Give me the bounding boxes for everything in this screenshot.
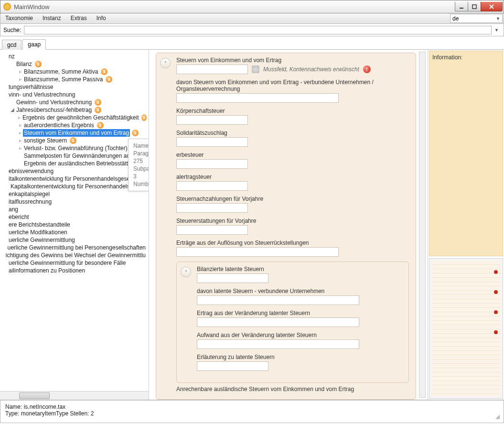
tree-item[interactable]: ▹Bilanzsumme, Summe Passiva$ xyxy=(0,76,149,83)
tree-item[interactable]: ▹Ergebnis der gewöhnlichen Geschäftstäti… xyxy=(0,114,149,121)
vertical-scrollbar[interactable] xyxy=(419,52,426,398)
field-input[interactable] xyxy=(176,115,248,125)
monetary-badge-icon: $ xyxy=(70,137,76,144)
tree-item-label: Bilanz xyxy=(15,60,33,68)
tree-tooltip: Name: HGB Paragraph: 275 Subparagraph: 3… xyxy=(128,139,149,191)
field-input[interactable] xyxy=(197,295,359,305)
monetary-badge-icon: $ xyxy=(95,107,101,113)
tree-item-label: Jahresüberschuss/-fehlbetrag xyxy=(15,106,93,114)
tree-item[interactable]: nz xyxy=(0,53,149,60)
tree-item[interactable]: ▹Bilanzsumme, Summe Aktiva$ xyxy=(0,68,149,76)
tree-item[interactable]: vinn- und Verlustrechnung xyxy=(0,91,149,98)
tree-item[interactable]: uerliche Gewinnermittlung bei Personenge… xyxy=(0,244,149,251)
tree-item-label: ere Berichtsbestandteile xyxy=(8,221,71,229)
collapse-button[interactable]: ˄ xyxy=(160,58,171,68)
tree-item[interactable]: Ergebnis der ausländischen Betriebsstätt… xyxy=(0,160,149,167)
tree-item[interactable]: ▹Steuern vom Einkommen und vom Ertrag$ xyxy=(0,129,149,137)
window-buttons xyxy=(455,2,503,11)
tree-item[interactable]: tungsverhältnisse xyxy=(0,83,149,91)
tree-item[interactable]: Kapitalkontenentwicklung für Personenhan… xyxy=(0,183,149,190)
maximize-button[interactable] xyxy=(468,2,481,11)
tree-item-label: Steuern vom Einkommen und vom Ertrag xyxy=(23,129,130,137)
field-input[interactable] xyxy=(197,339,359,349)
search-input[interactable] xyxy=(24,26,492,34)
tree-item[interactable]: enkapitalspiegel xyxy=(0,190,149,198)
form-title-input[interactable] xyxy=(176,65,248,74)
expander-icon[interactable]: ▹ xyxy=(17,137,23,144)
tree-item[interactable]: ang xyxy=(0,206,149,213)
tree-item[interactable]: ere Berichtsbestandteile xyxy=(0,221,149,229)
note-icon[interactable] xyxy=(252,65,259,73)
monetary-badge-icon: $ xyxy=(132,130,139,136)
tree-item[interactable]: ◢Jahresüberschuss/-fehlbetrag$ xyxy=(0,106,149,114)
tab-gaap[interactable]: gaap xyxy=(22,39,46,50)
chevron-down-icon[interactable]: ▼ xyxy=(494,28,501,33)
tree-item[interactable]: ichtigung des Gewinns bei Wechsel der Ge… xyxy=(0,251,149,259)
tree-item[interactable]: ▹außerordentliches Ergebnis$ xyxy=(0,121,149,129)
tree-item[interactable]: ailinformationen zu Positionen xyxy=(0,267,149,274)
tab-gcd-label: gcd xyxy=(7,42,16,48)
field-input[interactable] xyxy=(176,203,248,213)
tree-item-label: Bilanzsumme, Summe Passiva xyxy=(23,76,104,83)
menu-instanz[interactable]: Instanz xyxy=(38,13,66,23)
tree-item[interactable]: ▹sonstige Steuern$ xyxy=(0,137,149,144)
tree-item-label: enkapitalspiegel xyxy=(8,190,51,198)
tab-gcd[interactable]: gcd xyxy=(2,40,21,50)
expander-icon[interactable]: ◢ xyxy=(10,106,15,114)
field-input[interactable] xyxy=(176,159,248,169)
field-input[interactable] xyxy=(176,247,339,257)
tree-item[interactable]: italkontenentwicklung für Personenhandel… xyxy=(0,175,149,183)
expander-icon[interactable]: ▹ xyxy=(17,129,23,137)
language-value: de xyxy=(452,15,459,22)
minimap[interactable] xyxy=(429,258,503,399)
tree-item[interactable]: uerliche Gewinnermittlung xyxy=(0,236,149,244)
close-button[interactable] xyxy=(481,2,503,11)
minimize-button[interactable] xyxy=(455,2,468,11)
app-icon xyxy=(3,3,11,11)
field-label: erbesteuer xyxy=(176,152,409,158)
tree-item-label: außerordentliches Ergebnis xyxy=(23,121,95,129)
resize-grip[interactable]: ◢ xyxy=(495,413,499,420)
expander-icon[interactable]: ▹ xyxy=(17,144,23,152)
tree-item-label: ebnisverwendung xyxy=(8,167,54,175)
tree-item[interactable]: uerliche Gewinnermittlung für besondere … xyxy=(0,259,149,267)
info-box: Information: xyxy=(429,51,503,256)
mussfeld-label: Mussfeld, Kontennachweis erwünscht xyxy=(263,66,359,73)
expander-icon[interactable]: ▹ xyxy=(17,114,21,121)
tree-item[interactable]: Gewinn- und Verlustrechnung$ xyxy=(0,98,149,106)
horizontal-scrollbar[interactable] xyxy=(0,391,149,400)
menu-taxonomie[interactable]: Taxonomie xyxy=(0,13,38,23)
tree-item-label: Ergebnis der ausländischen Betriebsstätt… xyxy=(23,160,137,167)
tab-gaap-label: gaap xyxy=(28,41,41,48)
language-select[interactable]: de ▼ xyxy=(450,14,503,23)
tab-bar: gcd gaap xyxy=(0,38,504,50)
sub-card: ˄ Bilanzierte latente Steuern davon late… xyxy=(176,262,409,383)
svg-rect-1 xyxy=(472,5,476,9)
field-input[interactable] xyxy=(176,137,248,147)
expander-icon[interactable]: ▹ xyxy=(17,121,23,129)
field-label: davon latente Steuern - verbundene Unter… xyxy=(197,288,402,294)
field-input[interactable] xyxy=(197,317,359,327)
tree-item[interactable]: italflussrechnung xyxy=(0,198,149,206)
menu-info[interactable]: Info xyxy=(92,13,111,23)
tree-item[interactable]: ebericht xyxy=(0,213,149,221)
tree-item[interactable]: uerliche Modifikationen xyxy=(0,229,149,236)
tree-item[interactable]: ebnisverwendung xyxy=(0,167,149,175)
expander-icon[interactable]: ▹ xyxy=(17,68,23,76)
field-label: Erläuterung zu latente Steuern xyxy=(197,354,402,360)
tree-item-label: ailinformationen zu Positionen xyxy=(8,267,86,274)
tree-item[interactable]: Bilanz$ xyxy=(0,60,149,68)
field-input[interactable] xyxy=(176,225,248,235)
menu-extras[interactable]: Extras xyxy=(66,13,92,23)
field-input[interactable] xyxy=(197,361,268,371)
tree-item[interactable]: ▹Verlust- bzw. Gewinnabführung (Tochter) xyxy=(0,144,149,152)
tree-item-label: ebericht xyxy=(8,213,30,221)
expander-icon[interactable]: ▹ xyxy=(17,76,23,83)
field-input[interactable] xyxy=(176,93,339,103)
tree-item[interactable]: Sammelposten für Gewinnänderungen aus xyxy=(0,152,149,160)
scrollbar-thumb[interactable] xyxy=(19,392,50,399)
subform-title-input[interactable] xyxy=(197,273,268,283)
collapse-button[interactable]: ˄ xyxy=(181,267,191,277)
taxonomy-tree[interactable]: nzBilanz$▹Bilanzsumme, Summe Aktiva$▹Bil… xyxy=(0,50,149,277)
field-input[interactable] xyxy=(176,181,248,191)
